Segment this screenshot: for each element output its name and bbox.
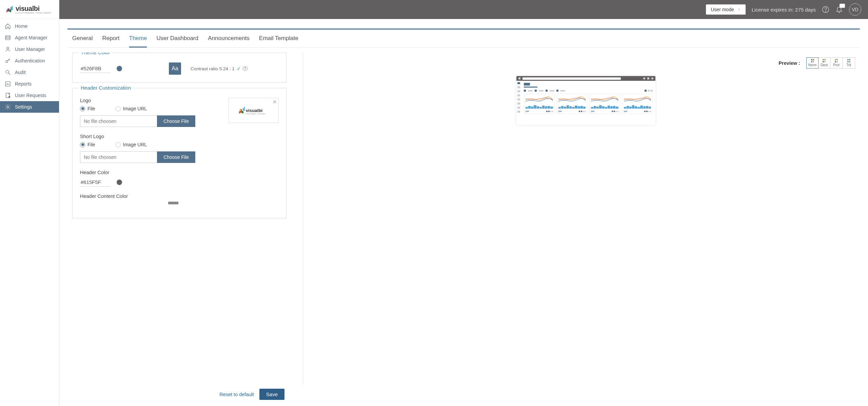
logo-cube-icon bbox=[4, 5, 14, 14]
save-button[interactable]: Save bbox=[259, 389, 284, 400]
sidebar-item-label: Settings bbox=[15, 104, 32, 110]
svg-point-22 bbox=[7, 106, 9, 108]
chevron-right-icon bbox=[737, 8, 741, 11]
svg-rect-31 bbox=[244, 107, 245, 111]
svg-text:LOOK FORWARD. THINK AHEAD.: LOOK FORWARD. THINK AHEAD. bbox=[246, 113, 266, 115]
sidebar-item-label: Audit bbox=[15, 70, 26, 75]
help-icon bbox=[822, 6, 829, 13]
svg-rect-5 bbox=[12, 6, 13, 10]
user-avatar[interactable]: VD bbox=[849, 3, 861, 16]
sidebar-nav: Home Agent Manager User Manager Authenti… bbox=[0, 19, 59, 114]
sidebar-item-audit[interactable]: Audit bbox=[0, 67, 59, 78]
user-mode-label: User mode bbox=[711, 7, 734, 12]
preview-panel: Preview : Norm Deut bbox=[317, 53, 855, 385]
license-text: License expires in: 275 days bbox=[752, 7, 816, 13]
sidebar-item-agent-manager[interactable]: Agent Manager bbox=[0, 32, 59, 43]
search-icon bbox=[5, 69, 11, 75]
notification-badge bbox=[840, 4, 845, 8]
logo-file-input[interactable] bbox=[80, 115, 157, 127]
short-logo-label: Short Logo bbox=[80, 134, 279, 139]
cb-option-deut[interactable]: Deut bbox=[818, 58, 830, 68]
key-icon bbox=[5, 58, 11, 64]
cb-option-norm[interactable]: Norm bbox=[806, 57, 818, 69]
svg-rect-6 bbox=[11, 7, 12, 10]
sidebar-item-label: Authentication bbox=[15, 58, 45, 63]
tab-email-template[interactable]: Email Template bbox=[259, 30, 298, 48]
help-icon[interactable]: ? bbox=[243, 66, 248, 71]
contrast-sample: Aa bbox=[169, 62, 181, 75]
svg-point-24 bbox=[825, 11, 826, 11]
content-area: General Report Theme User Dashboard Anno… bbox=[59, 19, 868, 406]
sidebar-item-label: Home bbox=[15, 23, 27, 29]
theme-form: Theme Color Aa Contrast ratio 5.24 : 1 ✓… bbox=[72, 53, 289, 385]
theme-preview-mockup: SAP SAP bbox=[516, 76, 655, 125]
svg-rect-32 bbox=[243, 108, 243, 111]
svg-point-12 bbox=[6, 70, 9, 73]
brand-tagline: LOOK FORWARD. THINK AHEAD. bbox=[16, 12, 52, 14]
sidebar-item-label: User Manager bbox=[15, 47, 45, 52]
svg-rect-7 bbox=[5, 36, 10, 40]
logo-choose-file-button[interactable]: Choose File bbox=[157, 115, 195, 127]
logo-preview: visualbi LOOK FORWARD. THINK AHEAD. bbox=[229, 98, 279, 123]
svg-point-10 bbox=[7, 47, 9, 49]
preview-label: Preview : bbox=[778, 60, 800, 66]
svg-line-13 bbox=[8, 73, 10, 75]
tab-announcements[interactable]: Announcements bbox=[208, 30, 250, 48]
home-icon bbox=[5, 23, 11, 29]
sidebar-item-label: Agent Manager bbox=[15, 35, 47, 40]
sidebar-item-home[interactable]: Home bbox=[0, 20, 59, 32]
gear-icon bbox=[5, 104, 11, 110]
theme-color-swatch[interactable] bbox=[117, 66, 122, 71]
main-area: User mode License expires in: 275 days V… bbox=[59, 0, 868, 406]
sidebar-item-authentication[interactable]: Authentication bbox=[0, 55, 59, 67]
cb-option-trit[interactable]: Trit bbox=[843, 58, 855, 68]
cb-option-prot[interactable]: Prot bbox=[830, 58, 843, 68]
check-icon: ✓ bbox=[237, 66, 241, 71]
svg-point-11 bbox=[6, 60, 8, 62]
tab-user-dashboard[interactable]: User Dashboard bbox=[156, 30, 198, 48]
sidebar-item-user-requests[interactable]: User Requests bbox=[0, 90, 59, 101]
header-customization-legend: Header Customization bbox=[79, 85, 133, 91]
header-color-label: Header Color bbox=[80, 170, 279, 175]
short-logo-choose-file-button[interactable]: Choose File bbox=[157, 151, 195, 163]
svg-marker-29 bbox=[239, 109, 240, 111]
list-icon bbox=[5, 35, 11, 41]
tab-general[interactable]: General bbox=[72, 30, 93, 48]
svg-text:visualbi: visualbi bbox=[246, 108, 263, 113]
short-logo-radio-url[interactable]: Image URL bbox=[116, 142, 147, 147]
form-actions: Reset to default Save bbox=[67, 385, 289, 406]
theme-hex-input[interactable] bbox=[80, 64, 111, 73]
user-icon bbox=[5, 46, 11, 52]
header-color-swatch[interactable] bbox=[117, 180, 122, 185]
short-logo-radio-file[interactable]: File bbox=[80, 142, 95, 147]
tab-report[interactable]: Report bbox=[102, 30, 119, 48]
logo-radio-file[interactable]: File bbox=[80, 106, 95, 111]
header-customization-fieldset: Header Customization Logo File Image URL bbox=[72, 88, 287, 218]
sidebar-item-reports[interactable]: Reports bbox=[0, 78, 59, 90]
svg-marker-27 bbox=[239, 110, 241, 114]
settings-tabs: General Report Theme User Dashboard Anno… bbox=[67, 30, 860, 48]
header-color-hex-input[interactable] bbox=[80, 178, 111, 187]
color-blind-selector: Norm Deut Prot bbox=[806, 57, 855, 69]
notifications-button[interactable] bbox=[835, 6, 843, 13]
sidebar-item-settings[interactable]: Settings bbox=[0, 101, 59, 113]
request-icon bbox=[5, 92, 11, 98]
header-content-swatch[interactable] bbox=[168, 202, 178, 204]
help-button[interactable] bbox=[822, 6, 829, 13]
sidebar-item-label: Reports bbox=[15, 81, 32, 87]
sidebar-item-label: User Requests bbox=[15, 93, 46, 98]
close-icon bbox=[272, 99, 277, 104]
tab-theme[interactable]: Theme bbox=[129, 30, 147, 48]
theme-color-fieldset: Theme Color Aa Contrast ratio 5.24 : 1 ✓… bbox=[72, 53, 287, 82]
short-logo-file-input[interactable] bbox=[80, 151, 157, 163]
reset-button[interactable]: Reset to default bbox=[219, 392, 254, 397]
user-mode-button[interactable]: User mode bbox=[706, 4, 745, 15]
remove-logo-button[interactable] bbox=[272, 99, 277, 105]
contrast-ratio-text: Contrast ratio 5.24 : 1 ✓ ? bbox=[191, 66, 248, 71]
sidebar: visualbi LOOK FORWARD. THINK AHEAD. Home… bbox=[0, 0, 59, 406]
logo-radio-url[interactable]: Image URL bbox=[116, 106, 147, 111]
brand-name: visualbi bbox=[16, 5, 52, 13]
app-header: User mode License expires in: 275 days V… bbox=[59, 0, 868, 19]
sidebar-item-user-manager[interactable]: User Manager bbox=[0, 43, 59, 55]
logo-label: Logo bbox=[80, 98, 210, 103]
